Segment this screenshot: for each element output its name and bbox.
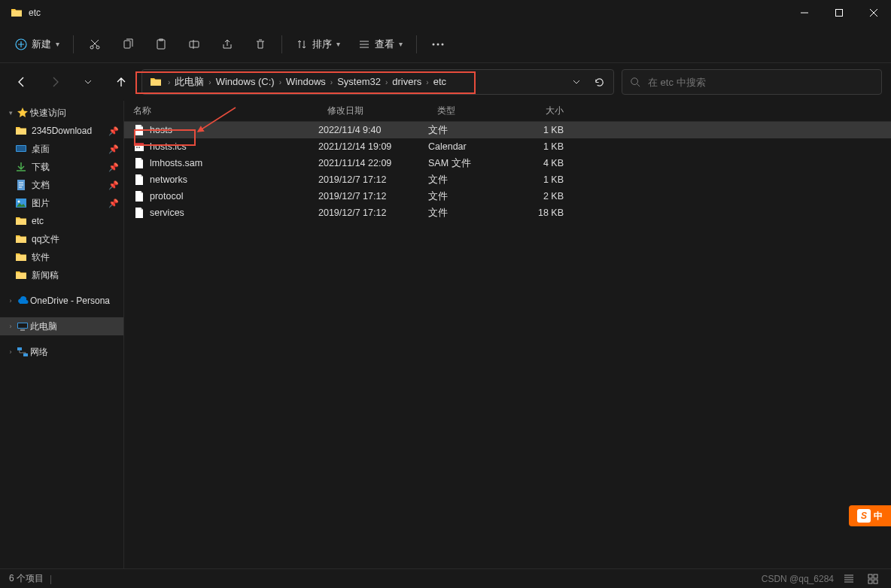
up-button[interactable] [108, 69, 134, 95]
file-icon [133, 190, 145, 202]
file-type: 文件 [428, 124, 518, 137]
chevron-down-icon: ▾ [399, 40, 403, 48]
file-icon [133, 174, 145, 186]
sidebar-label: 快速访问 [30, 107, 66, 120]
pin-icon: 📌 [108, 126, 119, 136]
svg-point-11 [631, 78, 638, 85]
sidebar-onedrive[interactable]: › OneDrive - Persona [0, 292, 123, 310]
sidebar-network[interactable]: › 网络 [0, 343, 123, 361]
sidebar-item-label: 桌面 [32, 143, 50, 156]
refresh-button[interactable] [588, 71, 610, 93]
sidebar-item[interactable]: 新闻稿 [0, 266, 123, 284]
file-icon [133, 141, 145, 153]
back-button[interactable] [9, 69, 35, 95]
sidebar-item[interactable]: 软件 [0, 248, 123, 266]
cut-button[interactable] [80, 32, 110, 57]
file-size: 1 KB [518, 174, 571, 185]
search-box[interactable] [622, 69, 882, 95]
breadcrumb-item[interactable]: 此电脑 [172, 76, 207, 87]
svg-rect-21 [17, 347, 22, 350]
folder-icon [11, 7, 23, 19]
svg-rect-7 [190, 41, 199, 47]
close-button[interactable] [856, 0, 891, 26]
file-name: hosts [150, 125, 318, 135]
sidebar-item[interactable]: 文档📌 [0, 176, 123, 194]
sidebar-this-pc[interactable]: › 此电脑 [0, 317, 123, 335]
file-type: 文件 [428, 207, 518, 220]
chevron-right-icon: › [6, 348, 15, 356]
paste-button[interactable] [146, 32, 176, 57]
desktop-icon [15, 143, 27, 155]
view-button[interactable]: 查看 ▾ [351, 32, 410, 57]
ime-badge[interactable]: S 中 [849, 505, 891, 526]
breadcrumb-item[interactable]: Windows (C:) [213, 76, 278, 87]
picture-icon [15, 197, 27, 209]
breadcrumb-item[interactable]: etc [430, 76, 449, 87]
new-button[interactable]: 新建 ▾ [8, 32, 67, 57]
svg-point-2 [90, 46, 93, 49]
file-type: Calendar [428, 141, 518, 152]
details-view-button[interactable] [840, 571, 858, 586]
file-size: 18 KB [518, 208, 571, 218]
svg-rect-30 [874, 580, 877, 583]
sidebar-item[interactable]: 下载📌 [0, 158, 123, 176]
share-button[interactable] [212, 32, 242, 57]
sort-label: 排序 [312, 38, 332, 51]
search-input[interactable] [648, 77, 874, 88]
file-icon [133, 207, 145, 219]
sidebar-item[interactable]: etc [0, 212, 123, 230]
history-button[interactable] [565, 71, 588, 93]
breadcrumb-item[interactable]: Windows [283, 76, 329, 87]
svg-rect-24 [135, 143, 144, 145]
titlebar: etc [0, 0, 891, 26]
table-row[interactable]: hosts2022/11/4 9:40文件1 KB [124, 122, 891, 138]
column-size[interactable]: 大小 [518, 105, 571, 117]
sort-button[interactable]: 排序 ▾ [288, 32, 348, 57]
table-row[interactable]: hosts.ics2021/12/14 19:09Calendar1 KB [124, 138, 891, 155]
sidebar-item[interactable]: 桌面📌 [0, 140, 123, 158]
chevron-right-icon: › [278, 78, 283, 86]
more-button[interactable] [423, 32, 453, 57]
maximize-button[interactable] [822, 0, 856, 26]
file-name: networks [150, 174, 318, 185]
sidebar-item[interactable]: qq文件 [0, 230, 123, 248]
file-date: 2019/12/7 17:12 [318, 208, 428, 218]
thumbnails-view-button[interactable] [864, 571, 882, 586]
chevron-down-icon: ▾ [6, 109, 15, 117]
star-icon [17, 107, 29, 119]
cloud-icon [17, 295, 29, 307]
chevron-right-icon: › [424, 78, 430, 86]
pc-icon [17, 320, 29, 332]
svg-rect-19 [18, 323, 27, 328]
table-row[interactable]: lmhosts.sam2021/11/14 22:09SAM 文件4 KB [124, 155, 891, 171]
minimize-button[interactable] [787, 0, 822, 26]
column-date[interactable]: 修改日期 [318, 105, 428, 117]
sidebar-item[interactable]: 图片📌 [0, 194, 123, 212]
copy-button[interactable] [113, 32, 143, 57]
recent-button[interactable] [75, 69, 101, 95]
rename-button[interactable] [179, 32, 209, 57]
chevron-right-icon: › [6, 297, 15, 305]
new-label: 新建 [32, 38, 51, 51]
address-bar[interactable]: › 此电脑›Windows (C:)›Windows›System32›driv… [141, 69, 614, 95]
sidebar-item[interactable]: 2345Download📌 [0, 122, 123, 140]
pin-icon: 📌 [108, 199, 119, 208]
sidebar-item-label: qq文件 [32, 233, 59, 246]
pin-icon: 📌 [108, 180, 119, 190]
table-row[interactable]: protocol2019/12/7 17:12文件2 KB [124, 188, 891, 205]
svg-rect-20 [20, 329, 25, 331]
table-row[interactable]: services2019/12/7 17:12文件18 KB [124, 205, 891, 221]
file-name: protocol [150, 191, 318, 202]
breadcrumb-item[interactable]: drivers [389, 76, 424, 87]
column-type[interactable]: 类型 [428, 105, 518, 117]
sidebar-item-label: 软件 [32, 251, 50, 264]
table-row[interactable]: networks2019/12/7 17:12文件1 KB [124, 171, 891, 188]
breadcrumb-item[interactable]: System32 [334, 76, 384, 87]
column-name[interactable]: 名称 [124, 105, 318, 117]
sidebar-quick-access[interactable]: ▾ 快速访问 [0, 104, 123, 122]
forward-button[interactable] [42, 69, 68, 95]
svg-point-3 [96, 46, 99, 49]
sidebar-item-label: 图片 [32, 197, 50, 210]
delete-button[interactable] [245, 32, 275, 57]
search-icon [630, 77, 640, 87]
